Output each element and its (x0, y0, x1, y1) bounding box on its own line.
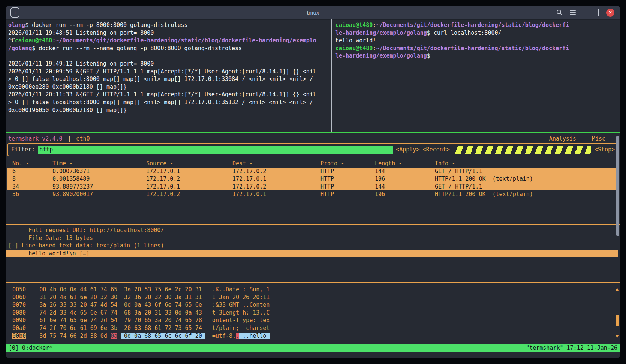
filter-label: Filter: (11, 146, 35, 154)
termshark-version: termshark v2.4.0 (8, 135, 63, 143)
hex-segment: 0d 0a 68 65 6c 6c 6f 20 (121, 333, 205, 339)
scroll-down-icon[interactable]: ▼ (616, 334, 619, 339)
packet-cell-time: 0.001358489 (52, 175, 146, 183)
packet-cell-dest: 172.17.0.2 (232, 183, 320, 191)
packet-list: No. -Time -Source -Dest -Proto -Length -… (6, 160, 620, 198)
terminal-window: + tmux ✕ olang$ docker run --rm -p 8000:… (6, 6, 620, 358)
hex-dump-row[interactable]: 0070 3a 26 33 33 20 47 4d 54 0d 0a 43 6f… (12, 301, 270, 309)
scroll-up-icon[interactable]: ▲ (616, 286, 619, 291)
terminal-line: hello world! (335, 37, 619, 45)
recent-button[interactable]: <Recent> (422, 146, 449, 154)
column-header[interactable]: Length - (375, 160, 435, 168)
hex-segment: . (236, 333, 239, 339)
text-segment: ^C (8, 37, 15, 44)
tmux-vertical-divider (331, 19, 332, 132)
packet-structure-line[interactable]: hello world!\n [=] (6, 250, 618, 258)
text-segment: $ (427, 52, 430, 59)
packet-cell-no: 8 (12, 175, 52, 183)
column-header[interactable]: Dest - (232, 160, 320, 168)
hex-dump-row[interactable]: 0090 6f 6e 74 65 6e 74 2d 54 79 70 65 3a… (12, 316, 270, 324)
search-icon[interactable] (556, 9, 563, 16)
hex-segment: 0050 00 4b 0d 0a 44 61 74 65 3a 20 53 75… (12, 286, 270, 293)
hex-scrollbar-thumb[interactable] (616, 315, 619, 326)
packet-cell-source: 172.17.0.2 (146, 190, 232, 198)
tmux-pane-curl[interactable]: caioau@t480:~/Documents/git/dockerfile-h… (335, 21, 619, 60)
packet-structure-line[interactable]: [-] Line-based text data: text/plain (1 … (6, 242, 618, 250)
terminal-line: 0xc000196050 0xc0000b2180 [] map[]} (8, 106, 331, 114)
maximize-button[interactable] (598, 9, 599, 16)
packet-list-scrollbar[interactable] (616, 136, 619, 236)
packet-table-header: No. -Time -Source -Dest -Proto -Length -… (7, 160, 618, 168)
packet-cell-no: 6 (12, 168, 52, 175)
column-header[interactable]: Proto - (320, 160, 375, 168)
packet-row[interactable]: 60.000736371172.17.0.1172.17.0.2HTTP144G… (7, 168, 618, 175)
hex-dump-row[interactable]: 0060 31 20 4a 61 6e 20 32 30 32 36 20 32… (12, 294, 270, 301)
text-segment: > 0 [] false localhost:8000 map[] map[] … (8, 99, 313, 106)
packet-row[interactable]: 3493.889773237172.17.0.1172.17.0.2HTTP14… (7, 183, 618, 191)
close-button[interactable]: ✕ (606, 9, 614, 17)
packet-cell-length: 144 (375, 183, 435, 191)
text-segment: caioau@t480 (335, 45, 373, 52)
packet-cell-info: GET / HTTP/1.1 (435, 168, 618, 175)
packet-cell-dest: 172.17.0.1 (232, 190, 320, 198)
terminal-line: olang$ docker run --rm -p 8000:8000 gola… (8, 21, 331, 29)
hex-dump-row[interactable]: 0080 74 2d 33 4c 65 6e 67 74 68 3a 20 31… (12, 309, 270, 317)
menu-icon[interactable] (570, 10, 576, 15)
terminal-line: le-hardening/exemplo/golang$ curl localh… (335, 29, 619, 37)
hex-dump-row[interactable]: 0050 00 4b 0d 0a 44 61 74 65 3a 20 53 75… (12, 286, 270, 294)
text-segment: 2026/01/11 20:11:33 &{GET / HTTP/1.1 1 1… (8, 91, 316, 98)
column-header[interactable]: Source - (146, 160, 232, 168)
text-segment: olang (8, 22, 25, 28)
text-segment: hello world! (335, 37, 376, 44)
plus-icon: + (13, 10, 16, 15)
terminal-line: caioau@t480:~/Documents/git/dockerfile-h… (335, 21, 619, 29)
packet-cell-proto: HTTP (320, 168, 375, 175)
packet-cell-source: 172.17.0.1 (146, 168, 232, 175)
packet-row[interactable]: 3693.890200017172.17.0.2172.17.0.1HTTP19… (7, 190, 618, 198)
packet-row[interactable]: 80.001358489172.17.0.2172.17.0.1HTTP196H… (7, 175, 618, 183)
tmux-clock-info: "termshark" 17:12 11-Jan-26 (526, 344, 617, 352)
packet-cell-no: 34 (12, 183, 52, 191)
packet-cell-length: 196 (375, 175, 435, 183)
stop-button[interactable]: <Stop> (595, 146, 615, 154)
text-segment: 2026/01/11 19:49:12 Listening on port= 8… (8, 60, 154, 67)
tmux-status-bar: [0] 0:docker* "termshark" 17:12 11-Jan-2… (6, 344, 620, 352)
packet-cell-time: 0.000736371 (52, 168, 146, 175)
terminal-line: > 0 [] false localhost:8000 map[] map[] … (8, 75, 331, 83)
column-header[interactable]: No. - (12, 160, 52, 168)
capture-interface: eth0 (76, 135, 90, 143)
text-segment: $ docker run --rm -p 8000:8000 golang-di… (25, 22, 187, 28)
hex-segment: =utf-8. (205, 333, 236, 339)
termshark-header: termshark v2.4.0 | eth0 Analysis Misc (8, 135, 605, 143)
menu-analysis[interactable]: Analysis (549, 135, 576, 143)
packet-cell-time: 93.890200017 (52, 190, 146, 198)
terminal-line: 2026/01/11 20:11:33 &{GET / HTTP/1.1 1 1… (8, 91, 331, 99)
packet-cell-source: 172.17.0.1 (146, 183, 232, 191)
titlebar-separator (583, 9, 583, 16)
hex-segment: 0070 3a 26 33 33 20 47 4d 54 0d 0a 43 6f… (12, 301, 270, 308)
tmux-pane-docker[interactable]: olang$ docker run --rm -p 8000:8000 gola… (8, 21, 331, 114)
column-header[interactable]: Info - (435, 160, 618, 168)
menu-misc[interactable]: Misc (592, 135, 605, 143)
hex-segment: ..hello (239, 333, 270, 339)
new-tab-button[interactable]: + (10, 7, 19, 18)
terminal-line (8, 52, 331, 60)
text-segment: le-hardening/exemplo/golang (335, 30, 427, 36)
terminal-line: le-hardening/exemplo/golang$ (335, 52, 619, 60)
hex-dump: 0050 00 4b 0d 0a 44 61 74 65 3a 20 53 75… (12, 286, 270, 340)
pane-divider-structure[interactable] (6, 224, 620, 225)
pane-divider-hex[interactable] (6, 282, 620, 283)
tmux-session-info: [0] 0:docker* (9, 344, 52, 352)
packet-structure-line[interactable]: File Data: 13 bytes (6, 234, 618, 242)
apply-button[interactable]: <Apply> (396, 146, 419, 154)
column-header[interactable]: Time - (52, 160, 146, 168)
packet-structure-line[interactable]: Full request URI: http://localhost:8000/ (6, 226, 618, 234)
hex-dump-row[interactable]: 00a0 74 2f 70 6c 61 69 6e 3b 20 63 68 61… (12, 324, 270, 332)
filter-input[interactable]: http (38, 146, 393, 154)
close-icon: ✕ (608, 10, 612, 15)
hex-offset-highlight: 00b0 (12, 333, 26, 339)
loading-stripes (454, 146, 591, 154)
text-segment: le-hardening/exemplo/golang (335, 52, 427, 59)
packet-cell-dest: 172.17.0.2 (232, 168, 320, 175)
hex-dump-row[interactable]: 00b0 3d 75 74 66 2d 38 0d 0a 0d 0a 68 65… (12, 332, 270, 340)
